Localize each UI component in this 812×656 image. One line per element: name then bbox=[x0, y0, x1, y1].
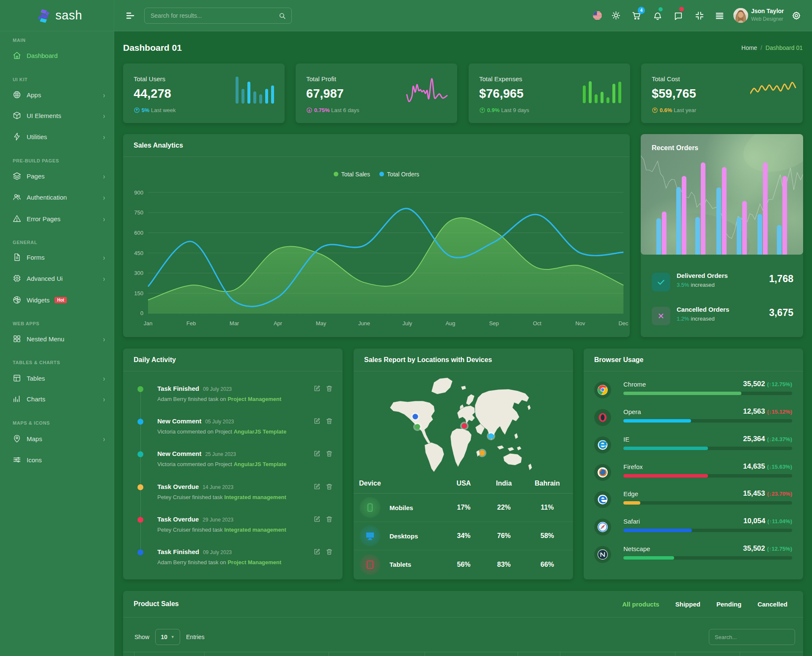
svg-text:Dec: Dec bbox=[618, 320, 628, 327]
svg-text:Aug: Aug bbox=[445, 320, 455, 327]
svg-text:Jan: Jan bbox=[144, 320, 153, 327]
svg-text:150: 150 bbox=[134, 290, 143, 296]
svg-text:Mar: Mar bbox=[230, 320, 239, 327]
svg-text:Apr: Apr bbox=[274, 320, 283, 327]
svg-text:Nov: Nov bbox=[575, 320, 585, 327]
svg-text:June: June bbox=[358, 320, 370, 327]
svg-text:Feb: Feb bbox=[187, 320, 196, 327]
svg-text:Oct: Oct bbox=[533, 320, 542, 327]
svg-text:750: 750 bbox=[134, 209, 143, 216]
svg-text:300: 300 bbox=[134, 270, 143, 276]
svg-text:0: 0 bbox=[140, 310, 143, 316]
svg-text:600: 600 bbox=[134, 230, 143, 236]
svg-text:450: 450 bbox=[134, 250, 143, 256]
svg-text:May: May bbox=[316, 320, 326, 327]
svg-text:900: 900 bbox=[134, 189, 143, 196]
svg-text:Sep: Sep bbox=[489, 320, 499, 327]
svg-text:July: July bbox=[402, 320, 412, 327]
